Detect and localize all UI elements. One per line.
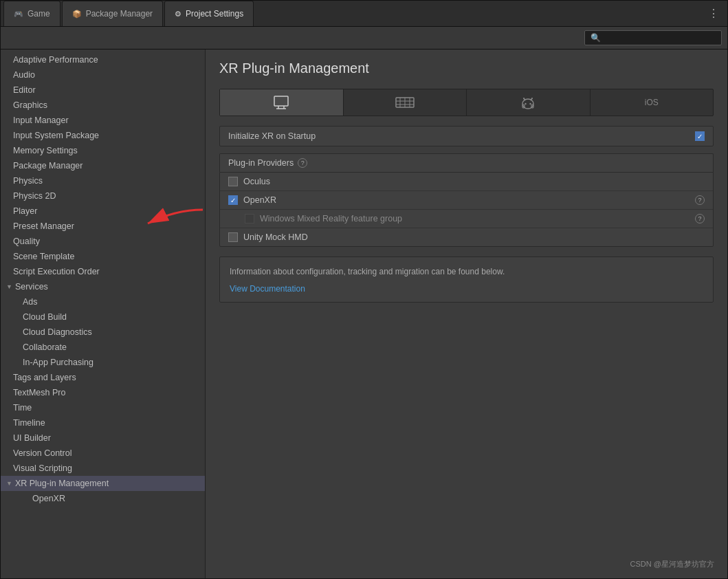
tab-ps-label: Project Settings [186, 9, 243, 19]
more-button[interactable]: ⋮ [703, 4, 725, 23]
triangle-icon: ▼ [6, 283, 12, 290]
game-icon: 🎮 [14, 10, 23, 19]
search-bar [1, 27, 727, 50]
sidebar-item-cloud-diagnostics[interactable]: Cloud Diagnostics [1, 325, 205, 340]
sidebar-item-scene-template[interactable]: Scene Template [1, 249, 205, 264]
sidebar-item-tags-and-layers[interactable]: Tags and Layers [1, 370, 205, 385]
ios-label: iOS [645, 98, 659, 107]
svg-point-15 [523, 98, 525, 99]
package-icon: 📦 [72, 10, 82, 19]
svg-point-12 [530, 103, 531, 105]
tab-package-manager[interactable]: 📦 Package Manager [62, 1, 163, 26]
tab-game-label: Game [27, 9, 50, 19]
sidebar-category-xr[interactable]: ▼ XR Plug-in Management [1, 476, 205, 491]
sidebar: Adaptive Performance Audio Editor Graphi… [1, 50, 206, 578]
provider-row-wmr: Windows Mixed Reality feature group ? [220, 210, 713, 228]
provider-row-unity-mock-hmd: Unity Mock HMD [220, 228, 713, 246]
provider-row-oculus: Oculus [220, 173, 713, 191]
oculus-checkbox[interactable] [228, 177, 238, 186]
info-text: Information about configuration, trackin… [230, 265, 703, 278]
initialize-xr-checkbox[interactable] [695, 131, 705, 141]
initialize-xr-label: Initialize XR on Startup [228, 131, 695, 141]
sidebar-category-services-label: Services [15, 282, 48, 292]
platform-tabs: iOS [219, 89, 714, 116]
sidebar-xr-label: XR Plug-in Management [15, 479, 109, 488]
wmr-label: Windows Mixed Reality feature group [260, 214, 691, 223]
sidebar-item-textmesh-pro[interactable]: TextMesh Pro [1, 385, 205, 400]
sidebar-item-visual-scripting[interactable]: Visual Scripting [1, 461, 205, 476]
sidebar-item-adaptive-performance[interactable]: Adaptive Performance [1, 52, 205, 67]
desktop-icon [273, 96, 289, 109]
sidebar-item-player[interactable]: Player [1, 204, 205, 219]
main-content: Adaptive Performance Audio Editor Graphi… [1, 50, 727, 578]
oculus-label: Oculus [243, 177, 705, 186]
platform-tab-ios[interactable]: iOS [591, 89, 714, 116]
watermark: CSDN @星河造梦坊官方 [630, 559, 714, 569]
platform-tab-console[interactable] [344, 89, 467, 116]
openxr-label: OpenXR [243, 195, 691, 205]
sidebar-item-graphics[interactable]: Graphics [1, 98, 205, 113]
wmr-checkbox[interactable] [245, 214, 254, 223]
sidebar-item-input-system-package[interactable]: Input System Package [1, 128, 205, 143]
sidebar-item-openxr[interactable]: OpenXR [1, 491, 205, 506]
sidebar-item-version-control[interactable]: Version Control [1, 446, 205, 461]
openxr-checkbox[interactable] [228, 195, 238, 205]
plugin-providers-help-icon[interactable]: ? [298, 158, 307, 168]
sidebar-item-editor[interactable]: Editor [1, 83, 205, 98]
sidebar-item-package-manager[interactable]: Package Manager [1, 158, 205, 173]
initialize-xr-box: Initialize XR on Startup [219, 126, 714, 146]
unity-mock-hmd-checkbox[interactable] [228, 232, 238, 242]
info-box: Information about configuration, trackin… [219, 256, 714, 303]
sidebar-item-cloud-build[interactable]: Cloud Build [1, 309, 205, 325]
sidebar-item-ads[interactable]: Ads [1, 294, 205, 309]
sidebar-item-collaborate[interactable]: Collaborate [1, 340, 205, 355]
wmr-help-icon[interactable]: ? [695, 214, 705, 223]
plugin-providers-header: Plug-in Providers ? [219, 153, 714, 172]
svg-point-16 [531, 98, 533, 99]
view-documentation-link[interactable]: View Documentation [230, 284, 305, 294]
initialize-xr-row: Initialize XR on Startup [220, 127, 713, 146]
triangle-xr-icon: ▼ [6, 480, 12, 487]
plugin-providers-label: Plug-in Providers [228, 158, 294, 168]
tab-pm-label: Package Manager [86, 9, 153, 19]
sidebar-item-ui-builder[interactable]: UI Builder [1, 430, 205, 446]
console-icon [395, 96, 415, 109]
android-icon [521, 95, 535, 110]
sidebar-item-timeline[interactable]: Timeline [1, 415, 205, 430]
sidebar-item-preset-manager[interactable]: Preset Manager [1, 219, 205, 234]
sidebar-category-services[interactable]: ▼ Services [1, 279, 205, 294]
sidebar-item-physics-2d[interactable]: Physics 2D [1, 188, 205, 204]
svg-rect-0 [274, 96, 288, 106]
sidebar-item-script-execution-order[interactable]: Script Execution Order [1, 264, 205, 279]
provider-row-openxr: OpenXR ? [220, 191, 713, 210]
sidebar-item-memory-settings[interactable]: Memory Settings [1, 143, 205, 158]
sidebar-item-quality[interactable]: Quality [1, 234, 205, 249]
sidebar-item-input-manager[interactable]: Input Manager [1, 113, 205, 128]
sidebar-item-physics[interactable]: Physics [1, 173, 205, 188]
unity-mock-hmd-label: Unity Mock HMD [243, 232, 705, 242]
tab-game[interactable]: 🎮 Game [3, 1, 60, 26]
sidebar-item-audio[interactable]: Audio [1, 67, 205, 83]
sidebar-item-in-app-purchasing[interactable]: In-App Purchasing [1, 355, 205, 370]
svg-point-11 [525, 103, 527, 105]
panel-title: XR Plug-in Management [219, 61, 714, 76]
sidebar-item-time[interactable]: Time [1, 400, 205, 415]
openxr-help-icon[interactable]: ? [695, 195, 705, 205]
settings-icon: ⚙ [175, 10, 181, 19]
platform-tab-desktop[interactable] [220, 89, 344, 116]
tab-project-settings[interactable]: ⚙ Project Settings [164, 1, 254, 26]
plugin-providers-box: Oculus OpenXR ? Windows Mixed Reality fe… [219, 172, 714, 247]
search-input[interactable] [584, 30, 722, 45]
tab-bar: 🎮 Game 📦 Package Manager ⚙ Project Setti… [1, 1, 727, 27]
right-panel: XR Plug-in Management iOS Ini [206, 50, 727, 578]
platform-tab-android[interactable] [467, 89, 591, 116]
